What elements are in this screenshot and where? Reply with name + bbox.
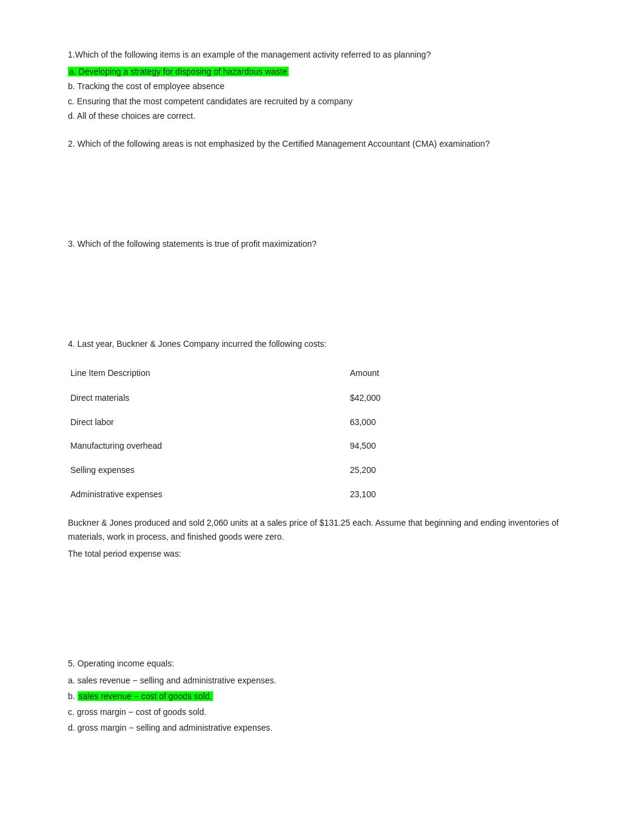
q2-text: 2. Which of the following areas is not e… — [68, 138, 576, 150]
q1-option-b: b. Tracking the cost of employee absence — [68, 79, 576, 93]
q5-option-a: a. sales revenue − selling and administr… — [68, 674, 576, 688]
row-direct-labor-desc: Direct labor — [68, 411, 347, 435]
q1-option-a: a. Developing a strategy for disposing o… — [68, 65, 576, 78]
q5-option-d: d. gross margin − selling and administra… — [68, 721, 576, 736]
question-4: 4. Last year, Buckner & Jones Company in… — [68, 338, 576, 561]
question-1: 1.Which of the following items is an exa… — [68, 49, 576, 123]
row-admin-expenses-desc: Administrative expenses — [68, 483, 347, 507]
row-direct-materials-desc: Direct materials — [68, 386, 347, 411]
table-row: Selling expenses 25,200 — [68, 458, 576, 483]
row-direct-materials-amount: $42,000 — [347, 386, 576, 411]
col-header-description: Line Item Description — [68, 360, 347, 387]
row-admin-expenses-amount: 23,100 — [347, 483, 576, 507]
question-3: 3. Which of the following statements is … — [68, 238, 576, 250]
q3-text: 3. Which of the following statements is … — [68, 238, 576, 250]
row-selling-expenses-desc: Selling expenses — [68, 458, 347, 483]
row-mfg-overhead-amount: 94,500 — [347, 434, 576, 458]
q5-option-b-highlighted: sales revenue − cost of goods sold. — [78, 691, 213, 701]
q5-option-b: b. sales revenue − cost of goods sold. — [68, 689, 576, 704]
row-selling-expenses-amount: 25,200 — [347, 458, 576, 483]
cost-table-section: Line Item Description Amount Direct mate… — [68, 360, 576, 507]
q5-text: 5. Operating income equals: — [68, 657, 576, 670]
q5-option-c: c. gross margin − cost of goods sold. — [68, 705, 576, 720]
table-row: Direct labor 63,000 — [68, 411, 576, 435]
q4-question-text: The total period expense was: — [68, 547, 576, 560]
spacer-2 — [68, 265, 576, 338]
q4-intro: 4. Last year, Buckner & Jones Company in… — [68, 338, 576, 350]
col-header-amount: Amount — [347, 360, 576, 387]
row-mfg-overhead-desc: Manufacturing overhead — [68, 434, 347, 458]
question-5: 5. Operating income equals: a. sales rev… — [68, 657, 576, 735]
table-row: Manufacturing overhead 94,500 — [68, 434, 576, 458]
table-row: Direct materials $42,000 — [68, 386, 576, 411]
spacer-1 — [68, 165, 576, 238]
q4-narrative: Buckner & Jones produced and sold 2,060 … — [68, 516, 576, 543]
spacer-3 — [68, 575, 576, 648]
table-header-row: Line Item Description Amount — [68, 360, 576, 387]
row-direct-labor-amount: 63,000 — [347, 411, 576, 435]
q1-option-d: d. All of these choices are correct. — [68, 109, 576, 122]
table-row: Administrative expenses 23,100 — [68, 483, 576, 507]
question-2: 2. Which of the following areas is not e… — [68, 138, 576, 150]
q1-option-c: c. Ensuring that the most competent cand… — [68, 95, 576, 108]
cost-table: Line Item Description Amount Direct mate… — [68, 360, 576, 507]
q1-option-a-text: a. Developing a strategy for disposing o… — [68, 67, 289, 76]
q1-text: 1.Which of the following items is an exa… — [68, 49, 576, 61]
